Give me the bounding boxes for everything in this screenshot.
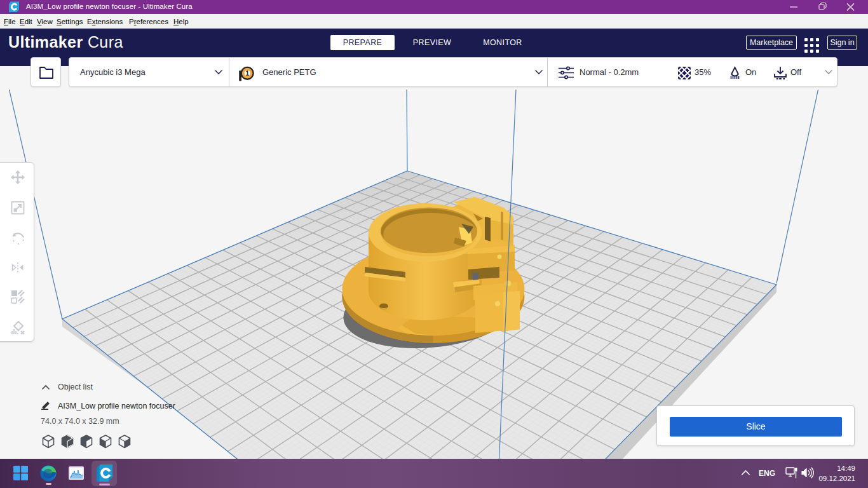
svg-text:1: 1 [245,70,249,77]
